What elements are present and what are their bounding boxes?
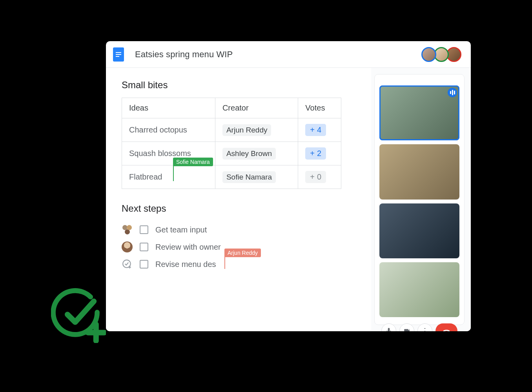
docs-app-icon[interactable] [113, 47, 124, 62]
table-row[interactable]: Charred octopus Arjun Reddy +4 [122, 118, 341, 142]
table-row[interactable]: Flatbread Sofie Namara Sofie Namara +0 [122, 165, 341, 189]
hangup-button[interactable] [435, 323, 457, 331]
creator-cell[interactable]: Ashley Brown [215, 142, 298, 165]
task-row[interactable]: Revise menu des Arjun Reddy [122, 256, 355, 273]
idea-cell[interactable]: Charred octopus [122, 118, 215, 142]
checkbox[interactable] [140, 260, 148, 269]
plus-icon: + [310, 149, 315, 158]
table-row[interactable]: Squash blossoms Ashley Brown +2 [122, 142, 341, 165]
task-add-icon[interactable] [122, 259, 133, 270]
votes-cell[interactable]: +4 [298, 118, 341, 142]
task-label[interactable]: Get team input [155, 225, 207, 234]
assignee-group-icon[interactable] [122, 224, 133, 235]
task-label[interactable]: Revise menu des [155, 260, 216, 269]
table-header-row: Ideas Creator Votes [122, 98, 341, 118]
plus-icon: + [310, 172, 315, 181]
collaborator-cursor-icon [224, 257, 225, 269]
video-tile[interactable] [379, 203, 459, 258]
video-tile[interactable] [379, 262, 459, 317]
meet-controls: ⋮ [379, 321, 459, 331]
assignee-avatar-icon[interactable] [122, 241, 133, 252]
avatar[interactable] [421, 47, 436, 62]
camera-icon [403, 327, 410, 331]
creator-cell[interactable]: Sofie Namara [215, 165, 298, 189]
creator-cell[interactable]: Arjun Reddy [215, 118, 298, 142]
task-checkmark-plus-icon [51, 288, 106, 343]
idea-cell[interactable]: Flatbread Sofie Namara [122, 165, 215, 189]
task-row[interactable]: Get team input [122, 221, 355, 238]
ideas-table[interactable]: Ideas Creator Votes Charred octopus Arju… [122, 98, 341, 189]
video-tile[interactable] [379, 85, 459, 140]
checkbox[interactable] [140, 243, 148, 251]
section-heading: Next steps [122, 203, 355, 214]
titlebar: Eatsies spring menu WIP [106, 41, 471, 68]
more-options-button[interactable]: ⋮ [417, 323, 432, 331]
vote-badge[interactable]: +0 [305, 171, 326, 183]
collaborator-avatars [424, 47, 461, 62]
col-ideas: Ideas [122, 98, 215, 118]
mic-icon [385, 327, 392, 331]
collaborator-cursor-label: Arjun Reddy [224, 249, 261, 257]
camera-button[interactable] [399, 323, 414, 331]
checkbox[interactable] [140, 225, 148, 234]
creator-chip[interactable]: Sofie Namara [222, 171, 276, 183]
creator-chip[interactable]: Ashley Brown [222, 148, 276, 160]
doc-window: Eatsies spring menu WIP Small bites Idea… [106, 41, 471, 331]
mic-button[interactable] [381, 323, 396, 331]
vote-badge[interactable]: +4 [305, 124, 326, 136]
meet-panel: ⋮ [374, 74, 465, 325]
collaborator-cursor-label: Sofie Namara [173, 158, 213, 166]
vote-badge[interactable]: +2 [305, 147, 326, 160]
task-label[interactable]: Review with owner [155, 243, 221, 252]
votes-cell[interactable]: +0 [298, 165, 341, 189]
section-heading: Small bites [122, 80, 355, 91]
document-body[interactable]: Small bites Ideas Creator Votes Charred … [106, 68, 371, 331]
votes-cell[interactable]: +2 [298, 142, 341, 165]
collaborator-cursor-icon [173, 166, 174, 181]
video-tile[interactable] [379, 144, 459, 199]
next-steps-section: Next steps Get team input Review with ow… [122, 203, 355, 273]
creator-chip[interactable]: Arjun Reddy [222, 124, 271, 136]
col-votes: Votes [298, 98, 341, 118]
content-area: Small bites Ideas Creator Votes Charred … [106, 68, 471, 331]
col-creator: Creator [215, 98, 298, 118]
hangup-icon [442, 327, 451, 331]
plus-icon: + [310, 125, 315, 134]
speaking-indicator-icon [448, 88, 457, 97]
document-title[interactable]: Eatsies spring menu WIP [135, 49, 233, 60]
